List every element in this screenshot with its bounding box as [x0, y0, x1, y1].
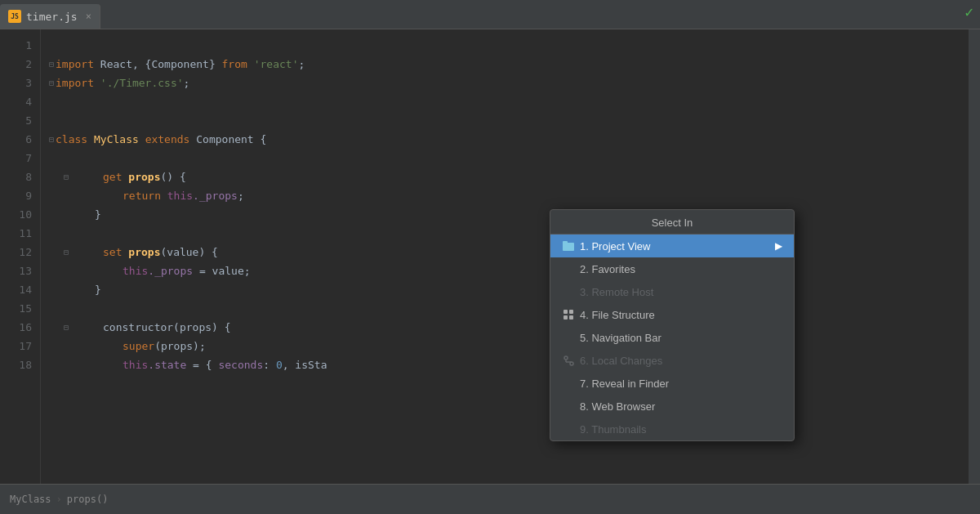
- popup-item-label: 6. Local Changes: [580, 355, 782, 367]
- popup-item-local-changes: 6. Local Changes: [550, 349, 794, 372]
- svg-rect-2: [564, 310, 568, 314]
- code-line: [49, 224, 969, 243]
- line-num: 17: [0, 337, 40, 355]
- popup-item-label: 1. Project View: [580, 240, 770, 253]
- fold-icon[interactable]: ⊟: [49, 78, 54, 87]
- popup-item-file-structure[interactable]: 4. File Structure: [550, 303, 794, 326]
- popup-item-label: 5. Navigation Bar: [580, 332, 782, 344]
- file-tab[interactable]: JS timer.js ×: [0, 4, 100, 29]
- popup-item-label: 7. Reveal in Finder: [580, 378, 782, 390]
- status-bar: MyClass › props(): [0, 484, 980, 514]
- popup-title: Select In: [550, 210, 794, 235]
- empty-icon: [562, 422, 575, 436]
- code-line: [49, 92, 969, 111]
- svg-point-6: [564, 356, 568, 360]
- fold-icon[interactable]: ⊟: [64, 323, 69, 332]
- line-num: 3: [0, 74, 40, 92]
- breadcrumb-separator: ›: [56, 494, 62, 505]
- tab-close-button[interactable]: ×: [86, 11, 91, 22]
- line-num: 13: [0, 261, 40, 280]
- code-line: super (props);: [49, 337, 969, 355]
- fold-icon[interactable]: ⊟: [49, 135, 54, 144]
- svg-rect-5: [569, 315, 573, 320]
- code-line: return this ._props ;: [49, 186, 969, 205]
- popup-item-project-view[interactable]: 1. Project View ▶: [550, 235, 794, 257]
- empty-icon: [562, 285, 575, 298]
- line-num: 5: [0, 111, 40, 130]
- tab-bar: JS timer.js × ✓: [0, 0, 980, 29]
- code-line: this .state = { seconds : 0 , isSta: [49, 355, 969, 374]
- popup-item-label: 8. Web Browser: [580, 400, 782, 413]
- popup-item-label: 3. Remote Host: [580, 286, 782, 298]
- line-num: 2: [0, 55, 40, 74]
- code-line: [49, 299, 969, 318]
- code-line: ⊟ set props (value) {: [49, 243, 969, 261]
- empty-icon: [562, 331, 575, 344]
- code-line: ⊟ get props () {: [49, 168, 969, 186]
- popup-item-favorites[interactable]: 2. Favorites: [550, 257, 794, 280]
- folder-icon: [562, 239, 575, 253]
- breadcrumb-class: MyClass: [10, 494, 51, 505]
- popup-item-label: 2. Favorites: [580, 263, 782, 275]
- svg-rect-3: [569, 310, 573, 314]
- tab-filename: timer.js: [26, 11, 78, 23]
- popup-item-label: 9. Thumbnails: [580, 423, 782, 436]
- code-line: }: [49, 205, 969, 224]
- code-line: this ._props = value;: [49, 261, 969, 280]
- popup-item-label: 4. File Structure: [580, 309, 782, 321]
- line-num: 16: [0, 318, 40, 337]
- line-num: 1: [0, 36, 40, 55]
- code-line: }: [49, 280, 969, 299]
- popup-item-thumbnails: 9. Thumbnails: [550, 418, 794, 440]
- select-in-popup: Select In 1. Project View ▶ 2. Favorites…: [550, 209, 795, 441]
- code-line: ⊟ import './Timer.css' ;: [49, 74, 969, 92]
- popup-item-remote-host: 3. Remote Host: [550, 280, 794, 303]
- vcs-checkmark: ✓: [964, 3, 973, 20]
- line-num: 18: [0, 355, 40, 374]
- editor-area: 1 2 3 4 5 6 7 8 9 10 11 12 13 14 15 16 1…: [0, 29, 980, 484]
- line-num: 12: [0, 243, 40, 261]
- empty-icon: [562, 262, 575, 275]
- js-file-icon: JS: [8, 10, 21, 23]
- code-line: ⊟ constructor(props) {: [49, 318, 969, 337]
- svg-rect-1: [563, 241, 568, 244]
- branch-icon: [562, 354, 575, 367]
- fold-icon[interactable]: ⊟: [64, 172, 69, 181]
- fold-icon[interactable]: ⊟: [49, 60, 54, 69]
- empty-icon: [562, 400, 575, 413]
- line-num: 7: [0, 149, 40, 168]
- grid-icon: [562, 308, 575, 321]
- code-line: [49, 149, 969, 168]
- line-num: 11: [0, 224, 40, 243]
- svg-rect-4: [564, 315, 568, 320]
- line-num: 15: [0, 299, 40, 318]
- code-line: [49, 36, 969, 55]
- line-num: 4: [0, 92, 40, 111]
- line-num: 9: [0, 186, 40, 205]
- popup-item-web-browser[interactable]: 8. Web Browser: [550, 395, 794, 418]
- code-line: ⊟ class MyClass extends Component {: [49, 130, 969, 149]
- popup-item-navigation-bar[interactable]: 5. Navigation Bar: [550, 326, 794, 349]
- submenu-arrow-icon: ▶: [775, 240, 782, 252]
- popup-item-reveal-finder[interactable]: 7. Reveal in Finder: [550, 372, 794, 395]
- line-num: 8: [0, 168, 40, 186]
- empty-icon: [562, 377, 575, 390]
- code-line: ⊟ import React, {Component} from 'react'…: [49, 55, 969, 74]
- line-numbers-gutter: 1 2 3 4 5 6 7 8 9 10 11 12 13 14 15 16 1…: [0, 29, 41, 484]
- line-num: 6: [0, 130, 40, 149]
- line-num: 10: [0, 205, 40, 224]
- line-num: 14: [0, 280, 40, 299]
- fold-icon[interactable]: ⊟: [64, 248, 69, 257]
- breadcrumb-method: props(): [67, 494, 109, 505]
- code-line: [49, 111, 969, 130]
- vertical-scrollbar[interactable]: [969, 29, 980, 484]
- code-editor[interactable]: ⊟ import React, {Component} from 'react'…: [41, 29, 969, 484]
